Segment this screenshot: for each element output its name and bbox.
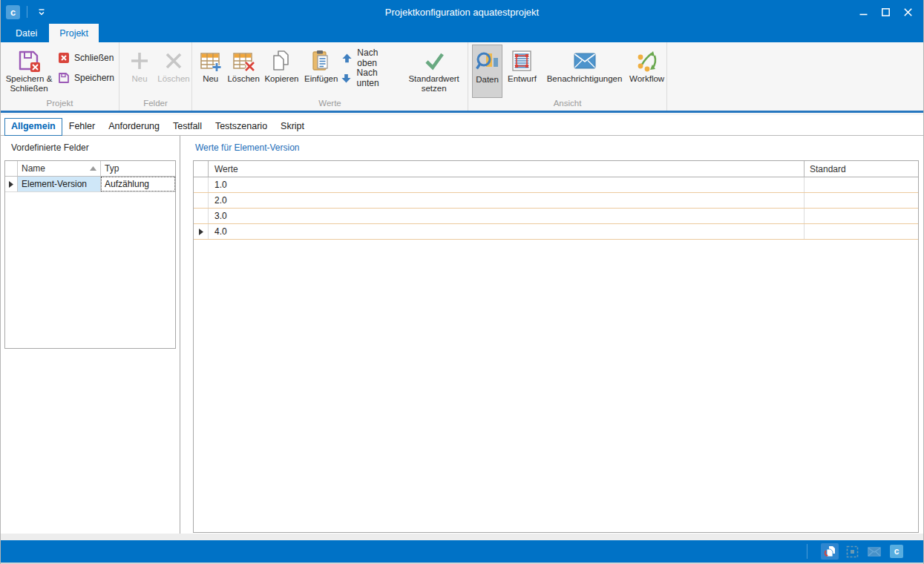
group-label-felder: Felder: [119, 98, 191, 111]
row-indicator-header-cell: [194, 161, 209, 177]
column-header-name-label: Name: [22, 163, 90, 174]
move-down-button[interactable]: Nach unten: [340, 69, 400, 87]
save-project-button[interactable]: Speichern: [57, 69, 114, 87]
ribbon-tab-datei[interactable]: Datei: [5, 24, 47, 42]
table-delete-icon: [232, 47, 255, 74]
value-delete-button[interactable]: Löschen: [226, 45, 261, 98]
tab-testfall[interactable]: Testfall: [166, 118, 209, 135]
left-panel-title: Vordefinierte Felder: [11, 142, 89, 153]
statusbar-notifications-icon[interactable]: [865, 543, 883, 560]
right-panel-title: Werte für Element-Version: [195, 142, 300, 153]
ribbon-tab-projekt[interactable]: Projekt: [49, 24, 99, 42]
tab-anforderung[interactable]: Anforderung: [102, 118, 166, 135]
save-close-icon: [17, 47, 41, 74]
envelope-icon: [574, 47, 596, 74]
column-header-werte[interactable]: Werte: [209, 161, 805, 177]
field-new-label: Neu: [131, 74, 147, 84]
entity-tab-bar: Allgemein Fehler Anforderung Testfall Te…: [1, 115, 923, 136]
tab-fehler[interactable]: Fehler: [62, 118, 102, 135]
close-project-button[interactable]: Schließen: [57, 49, 114, 67]
view-data-button[interactable]: Daten: [472, 45, 502, 98]
fields-table-header: Name Typ: [5, 161, 175, 177]
copy-button[interactable]: Kopieren: [261, 45, 302, 98]
minimize-button[interactable]: [852, 2, 874, 22]
value-row[interactable]: 3.0: [194, 209, 918, 224]
paste-button[interactable]: Einfügen: [302, 45, 340, 98]
quick-access-dropdown-icon[interactable]: [34, 4, 49, 19]
statusbar-separator: [807, 544, 807, 559]
value-row[interactable]: 1.0: [194, 177, 918, 193]
x-disabled-icon: [163, 47, 184, 74]
content-bottom-strip: [1, 534, 923, 540]
standard-cell[interactable]: [805, 177, 918, 192]
standard-cell[interactable]: [805, 224, 918, 239]
field-row[interactable]: Element-Version Aufzählung: [5, 177, 175, 192]
move-up-label: Nach oben: [357, 47, 400, 68]
values-table-header: Werte Standard: [194, 161, 918, 177]
statusbar-copy-sync-icon[interactable]: [821, 543, 839, 560]
field-typ-cell[interactable]: Aufzählung: [101, 177, 175, 191]
column-header-typ[interactable]: Typ: [101, 161, 175, 176]
close-button[interactable]: [897, 2, 919, 22]
paste-icon: [310, 47, 332, 74]
value-row[interactable]: 4.0: [194, 224, 918, 240]
save-close-label: Speichern & Schließen: [1, 74, 57, 94]
ribbon-group-werte: Neu Löschen: [192, 42, 468, 111]
view-design-button[interactable]: Entwurf: [502, 45, 542, 98]
qat-separator: [27, 6, 27, 18]
app-logo: c: [890, 545, 903, 558]
view-notifications-button[interactable]: Benachrichtigungen: [542, 45, 627, 98]
current-row-arrow-icon: [199, 229, 203, 235]
group-label-projekt: Projekt: [1, 98, 119, 111]
row-indicator-cell: [194, 224, 209, 239]
copy-icon: [270, 47, 292, 74]
tab-testszenario[interactable]: Testszenario: [209, 118, 274, 135]
value-new-button[interactable]: Neu: [195, 45, 226, 98]
value-new-label: Neu: [203, 74, 218, 84]
field-delete-button: Löschen: [156, 45, 191, 98]
maximize-button[interactable]: [874, 2, 897, 22]
column-header-name[interactable]: Name: [18, 161, 101, 176]
statusbar-app-logo-icon[interactable]: c: [888, 543, 905, 560]
value-cell[interactable]: 3.0: [209, 209, 805, 223]
view-notifications-label: Benachrichtigungen: [547, 74, 623, 84]
statusbar-design-icon[interactable]: [843, 543, 861, 560]
predefined-fields-table: Name Typ Element-Version Aufzählung: [4, 160, 176, 349]
view-workflow-button[interactable]: Workflow: [627, 45, 666, 98]
value-delete-label: Löschen: [227, 74, 259, 84]
panel-splitter[interactable]: [180, 136, 180, 534]
value-cell[interactable]: 4.0: [209, 224, 805, 239]
standard-cell[interactable]: [805, 209, 918, 223]
copy-label: Kopieren: [264, 74, 298, 84]
sort-ascending-icon: [90, 166, 96, 171]
data-view-icon: [476, 48, 499, 75]
paste-label: Einfügen: [304, 74, 338, 84]
column-header-standard[interactable]: Standard: [805, 161, 918, 177]
arrow-up-icon: [340, 53, 353, 64]
ribbon-group-projekt: Speichern & Schließen Schließen Speicher…: [1, 42, 119, 111]
standard-cell[interactable]: [805, 193, 918, 208]
set-default-button[interactable]: Standardwert setzen: [400, 45, 468, 98]
field-new-button: Neu: [123, 45, 156, 98]
tab-allgemein[interactable]: Allgemein: [4, 118, 62, 136]
values-table: Werte Standard 1.0 2.0 3.0: [193, 160, 919, 533]
row-indicator-header-cell: [5, 161, 18, 176]
row-indicator-cell: [5, 177, 18, 191]
app-menu-icon[interactable]: c: [6, 5, 20, 19]
row-indicator-cell: [194, 177, 209, 192]
save-and-close-button[interactable]: Speichern & Schließen: [1, 45, 57, 98]
tab-skript[interactable]: Skript: [274, 118, 311, 135]
view-design-label: Entwurf: [508, 74, 537, 84]
window-title: Projektkonfiguration aquatestprojekt: [1, 7, 923, 18]
set-default-label: Standardwert setzen: [400, 74, 468, 94]
move-down-label: Nach unten: [357, 68, 401, 88]
workflow-icon: [635, 47, 659, 74]
current-row-arrow-icon: [9, 181, 13, 188]
field-name-cell[interactable]: Element-Version: [18, 177, 101, 191]
value-row[interactable]: 2.0: [194, 193, 918, 209]
ribbon-group-felder: Neu Löschen Felder: [119, 42, 192, 111]
value-cell[interactable]: 2.0: [209, 193, 805, 208]
move-up-button[interactable]: Nach oben: [340, 49, 400, 67]
value-cell[interactable]: 1.0: [209, 177, 805, 192]
content-area: Vordefinierte Felder Name Typ El: [1, 136, 923, 540]
